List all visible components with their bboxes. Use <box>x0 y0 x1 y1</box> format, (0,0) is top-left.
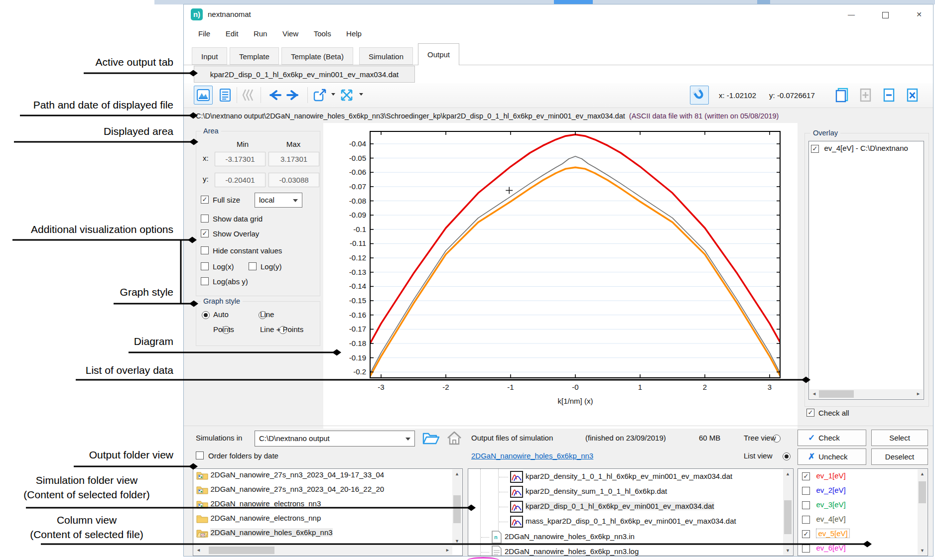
ev-checkbox[interactable] <box>802 501 810 509</box>
previous-button[interactable] <box>264 86 282 105</box>
check-all-checkbox[interactable] <box>806 409 814 417</box>
area-x-max-field[interactable]: 3.17301 <box>268 152 319 166</box>
ev-checkbox[interactable] <box>802 472 810 480</box>
log-abs-y-checkbox[interactable] <box>201 277 209 285</box>
scroll-left-arrow[interactable]: ◄ <box>194 546 203 555</box>
file-list-vscrollbar[interactable]: ▲ ▼ <box>783 469 793 555</box>
check-button[interactable]: ✓Check <box>798 430 866 446</box>
ev-row[interactable]: ev_1[eV] <box>802 471 846 484</box>
column-list[interactable]: ev_1[eV] ev_2[eV] ev_3[eV] ev_4[eV] ev_5… <box>798 468 928 556</box>
overlay-horizontal-scrollbar[interactable]: ◄ ► <box>809 389 923 399</box>
close-page-button[interactable] <box>903 86 922 105</box>
file-row[interactable]: mass_kpar2D_disp_0_1_hl_6x6kp_ev_min001_… <box>499 516 736 530</box>
minimize-button[interactable]: — <box>841 6 861 22</box>
menu-run[interactable]: Run <box>247 24 274 43</box>
scrollbar-thumb[interactable] <box>819 390 854 398</box>
style-auto-radio[interactable] <box>202 311 210 319</box>
close-button[interactable]: ✕ <box>909 6 929 22</box>
hide-constant-checkbox[interactable] <box>201 246 209 254</box>
simulation-link[interactable]: 2DGaN_nanowire_holes_6x6kp_nn3 <box>471 451 593 460</box>
log-x-checkbox[interactable] <box>201 262 209 270</box>
scroll-right-arrow[interactable]: ► <box>914 389 923 398</box>
fullscreen-dropdown-caret[interactable] <box>359 93 363 96</box>
simulation-path-select[interactable]: C:\D\nextnano output <box>255 431 415 447</box>
folder-row[interactable]: 2DGaN_nanowire_27s_nn3_2023_04_19-17_33_… <box>196 470 384 484</box>
ev-row[interactable]: ev_6[eV] <box>802 544 846 556</box>
show-data-grid-checkbox[interactable] <box>201 215 209 223</box>
ev-row-focused[interactable]: ev_5[eV] <box>802 529 850 542</box>
new-page-button[interactable] <box>832 86 851 105</box>
select-button[interactable]: Select <box>871 430 928 446</box>
fullscreen-button[interactable] <box>337 86 356 105</box>
file-row[interactable]: kpar2D_density_sum_1_0_1_hl_6x6kp.dat <box>499 486 667 500</box>
list-view-radio[interactable] <box>783 452 791 460</box>
export-dropdown-caret[interactable] <box>331 93 335 96</box>
deselect-button[interactable]: Deselect <box>871 448 928 465</box>
menu-help[interactable]: Help <box>340 24 368 43</box>
add-page-button[interactable] <box>856 86 875 105</box>
open-folder-button[interactable] <box>422 431 440 446</box>
menu-edit[interactable]: Edit <box>219 24 245 43</box>
tab-input[interactable]: Input <box>192 47 227 65</box>
pages-button[interactable] <box>240 86 259 105</box>
uncheck-button[interactable]: ✗Uncheck <box>798 448 866 465</box>
file-row[interactable]: kpar2D_density_1_0_1_hl_6x6kp_ev_min001_… <box>499 471 732 485</box>
folder-row[interactable]: 2DGaN_nanowire_27s_nn3_2023_04_20-16_22_… <box>196 485 384 499</box>
ev-row[interactable]: ev_2[eV] <box>802 486 846 499</box>
scrollbar-thumb[interactable] <box>209 547 274 554</box>
scrollbar-thumb[interactable] <box>784 500 792 534</box>
folder-list-hscrollbar[interactable]: ◄ ► <box>194 546 452 555</box>
show-overlay-checkbox[interactable] <box>201 229 209 237</box>
graph-view-button[interactable] <box>194 86 213 105</box>
overlay-item-checkbox[interactable] <box>811 145 819 153</box>
scale-select[interactable]: local <box>255 193 302 208</box>
ev-row[interactable]: ev_4[eV] <box>802 515 846 528</box>
column-list-vscrollbar[interactable]: ▲ ▼ <box>918 469 927 555</box>
file-row[interactable]: n 2DGaN_nanowire_holes_6x6kp_nn3.in <box>481 531 635 545</box>
folder-row[interactable]: 2DGaN_nanowire_electrons_nn3 <box>196 499 321 513</box>
tab-output[interactable]: Output <box>418 43 459 65</box>
ev-row[interactable]: ev_3[eV] <box>802 500 846 513</box>
folder-row-selected[interactable]: 2DGaN_nanowire_holes_6x6kp_nn3 <box>196 528 333 542</box>
simulation-file-list[interactable]: kpar2D_density_1_0_1_hl_6x6kp_ev_min001_… <box>468 468 794 556</box>
title-bar[interactable]: n) nextnanomat — ✕ <box>184 4 933 24</box>
output-folder-list[interactable]: 2DGaN_nanowire_27s_nn3_2023_04_19-17_33_… <box>193 468 463 556</box>
home-button[interactable] <box>446 431 463 446</box>
area-y-max-field[interactable]: -0.03088 <box>268 173 319 187</box>
snap-cursor-button[interactable] <box>690 86 709 105</box>
tab-simulation[interactable]: Simulation <box>359 47 413 65</box>
ev-checkbox[interactable] <box>802 516 810 524</box>
text-view-button[interactable] <box>216 86 235 105</box>
file-tab[interactable]: kpar2D_disp_0_1_hl_6x6kp_ev_min001_ev_ma… <box>194 66 415 83</box>
scroll-down-arrow[interactable]: ▼ <box>918 546 927 555</box>
tab-template[interactable]: Template <box>230 47 279 65</box>
overlay-listbox[interactable]: ev_4[eV] - C:\D\nextnano ◄ ► <box>808 141 924 400</box>
file-row[interactable]: 2DGaN_nanowire_holes_6x6kp_nn3.log <box>481 546 639 556</box>
menu-tools[interactable]: Tools <box>307 24 338 43</box>
scroll-up-arrow[interactable]: ▲ <box>783 469 793 478</box>
log-y-checkbox[interactable] <box>249 262 257 270</box>
remove-page-button[interactable] <box>879 86 898 105</box>
folder-list-vscrollbar[interactable]: ▲ ▼ <box>452 469 462 546</box>
scroll-right-arrow[interactable]: ► <box>443 546 452 555</box>
next-button[interactable] <box>285 86 304 105</box>
full-size-checkbox[interactable] <box>201 196 209 204</box>
tab-template-beta[interactable]: Template (Beta) <box>281 47 353 65</box>
scroll-up-arrow[interactable]: ▲ <box>918 469 927 478</box>
menu-view[interactable]: View <box>276 24 305 43</box>
scrollbar-thumb[interactable] <box>453 495 461 523</box>
menu-file[interactable]: File <box>192 24 217 43</box>
scrollbar-thumb[interactable] <box>919 481 926 503</box>
export-button[interactable] <box>310 86 329 105</box>
scroll-down-arrow[interactable]: ▼ <box>783 546 793 555</box>
scroll-up-arrow[interactable]: ▲ <box>452 469 462 478</box>
folder-row[interactable]: 2DGaN_nanowire_electrons_nnp <box>196 514 321 528</box>
ev-checkbox[interactable] <box>802 530 810 538</box>
scroll-down-arrow[interactable]: ▼ <box>452 537 462 546</box>
overlay-list-item[interactable]: ev_4[eV] - C:\D\nextnano <box>811 144 908 153</box>
maximize-button[interactable] <box>875 6 895 22</box>
area-x-min-field[interactable]: -3.17301 <box>215 152 266 166</box>
ev-checkbox[interactable] <box>802 545 810 553</box>
scroll-left-arrow[interactable]: ◄ <box>809 389 819 398</box>
file-row-selected[interactable]: kpar2D_disp_0_1_hl_6x6kp_ev_min001_ev_ma… <box>499 501 714 515</box>
